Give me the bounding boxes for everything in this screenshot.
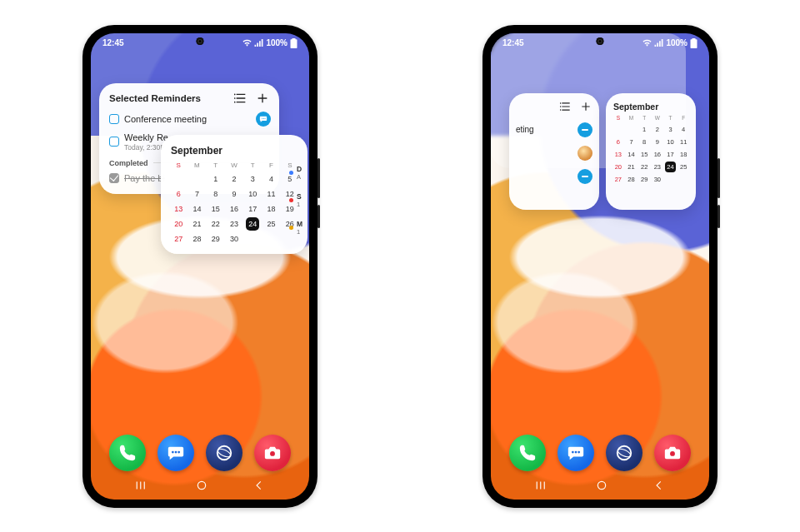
- dow-label: T: [638, 115, 651, 122]
- phone-app[interactable]: [509, 435, 546, 471]
- dow-label: T: [207, 162, 225, 171]
- calendar-day[interactable]: 16: [225, 202, 243, 216]
- calendar-day[interactable]: 22: [207, 217, 225, 231]
- list-icon[interactable]: [559, 100, 572, 113]
- recent-nav-icon[interactable]: [535, 480, 550, 495]
- calendar-day[interactable]: 2: [651, 124, 664, 135]
- calendar-day[interactable]: 4: [262, 172, 280, 186]
- reminder-item[interactable]: eting: [516, 118, 592, 142]
- calendar-day[interactable]: 25: [677, 162, 690, 172]
- svg-point-12: [198, 481, 205, 489]
- svg-point-21: [670, 450, 675, 455]
- messages-app[interactable]: [158, 435, 194, 471]
- calendar-day[interactable]: 1: [207, 172, 225, 186]
- volume-button[interactable]: [318, 158, 320, 198]
- chat-bubble-icon[interactable]: [256, 112, 271, 127]
- volume-button[interactable]: [718, 158, 720, 198]
- calendar-day[interactable]: 28: [625, 174, 638, 185]
- calendar-day[interactable]: 3: [664, 124, 678, 135]
- calendar-day[interactable]: 8: [207, 187, 225, 201]
- home-nav-icon[interactable]: [595, 479, 608, 495]
- calendar-day[interactable]: 11: [262, 187, 280, 201]
- list-icon[interactable]: [234, 92, 248, 105]
- calendar-day[interactable]: 27: [612, 174, 625, 185]
- reminder-item[interactable]: [516, 165, 592, 188]
- calendar-day[interactable]: 29: [207, 232, 225, 246]
- calendar-day[interactable]: 16: [651, 149, 664, 160]
- dow-label: S: [169, 162, 188, 171]
- calendar-day[interactable]: 20: [612, 162, 625, 172]
- add-icon[interactable]: [256, 92, 269, 105]
- calendar-day[interactable]: 10: [243, 187, 262, 201]
- home-nav-icon[interactable]: [195, 479, 208, 495]
- calendar-day[interactable]: 13: [612, 149, 625, 160]
- calendar-day[interactable]: 18: [262, 202, 280, 216]
- calendar-day[interactable]: 14: [625, 149, 638, 160]
- calendar-widget-small[interactable]: September SMTWTF··1234678910111314151617…: [606, 93, 696, 210]
- camera-app[interactable]: [654, 435, 691, 471]
- add-icon[interactable]: [579, 100, 592, 113]
- camera-app[interactable]: [254, 435, 291, 471]
- calendar-day[interactable]: 2: [225, 172, 243, 186]
- remove-icon[interactable]: [578, 169, 592, 184]
- reminders-widget-small[interactable]: eting: [509, 93, 599, 210]
- dow-label: F: [677, 115, 690, 122]
- calendar-event[interactable]: DA: [289, 165, 302, 181]
- dow-label: M: [625, 115, 638, 122]
- front-camera: [197, 37, 204, 45]
- back-nav-icon[interactable]: [653, 480, 665, 495]
- messages-app[interactable]: [558, 435, 594, 471]
- calendar-day[interactable]: 7: [188, 187, 206, 201]
- calendar-day[interactable]: 23: [225, 217, 243, 231]
- checkbox-checked-icon[interactable]: [109, 173, 119, 183]
- power-button[interactable]: [718, 205, 720, 228]
- battery-percent: 100%: [666, 38, 688, 47]
- browser-app[interactable]: [606, 435, 642, 471]
- calendar-day[interactable]: 18: [677, 149, 690, 160]
- calendar-day[interactable]: 29: [638, 174, 651, 185]
- calendar-day[interactable]: 15: [207, 202, 225, 216]
- calendar-day[interactable]: 21: [188, 217, 206, 231]
- calendar-day[interactable]: 1: [638, 124, 651, 135]
- calendar-day[interactable]: 27: [169, 232, 188, 246]
- calendar-event[interactable]: S1: [289, 192, 302, 208]
- back-nav-icon[interactable]: [253, 480, 265, 495]
- calendar-day[interactable]: 21: [625, 162, 638, 172]
- screen: 12:45 100%: [491, 33, 709, 500]
- calendar-day[interactable]: 14: [188, 202, 206, 216]
- reminder-item[interactable]: Conference meeting: [109, 110, 269, 128]
- calendar-day[interactable]: 22: [638, 162, 651, 172]
- remove-icon[interactable]: [578, 122, 592, 137]
- calendar-day[interactable]: 6: [612, 137, 625, 147]
- calendar-day[interactable]: 24: [665, 162, 677, 172]
- calendar-day[interactable]: 30: [225, 232, 243, 246]
- calendar-day[interactable]: 30: [651, 174, 664, 185]
- calendar-day[interactable]: 4: [677, 124, 690, 135]
- checkbox-icon[interactable]: [109, 114, 119, 124]
- calendar-day[interactable]: 10: [664, 137, 678, 147]
- browser-app[interactable]: [206, 435, 242, 471]
- calendar-day[interactable]: 17: [664, 149, 678, 160]
- calendar-day[interactable]: 17: [243, 202, 262, 216]
- calendar-day[interactable]: 28: [188, 232, 206, 246]
- calendar-event[interactable]: M1: [289, 220, 302, 236]
- calendar-day[interactable]: 24: [246, 217, 259, 231]
- calendar-day[interactable]: 9: [225, 187, 243, 201]
- calendar-widget[interactable]: September SMTWTFS··123456789101112131415…: [161, 135, 308, 254]
- calendar-day[interactable]: 8: [638, 137, 651, 147]
- calendar-day[interactable]: 13: [169, 202, 188, 216]
- calendar-day[interactable]: 11: [677, 137, 690, 147]
- calendar-day[interactable]: 7: [625, 137, 638, 147]
- calendar-day[interactable]: 25: [262, 217, 280, 231]
- calendar-day[interactable]: 20: [169, 217, 188, 231]
- checkbox-icon[interactable]: [109, 137, 119, 147]
- reminder-item[interactable]: [516, 142, 592, 165]
- calendar-day[interactable]: 15: [638, 149, 651, 160]
- recent-nav-icon[interactable]: [135, 480, 150, 495]
- power-button[interactable]: [318, 205, 320, 228]
- calendar-day[interactable]: 3: [243, 172, 262, 186]
- calendar-day[interactable]: 6: [169, 187, 188, 201]
- phone-app[interactable]: [109, 435, 146, 471]
- calendar-day[interactable]: 23: [651, 162, 664, 172]
- calendar-day[interactable]: 9: [651, 137, 664, 147]
